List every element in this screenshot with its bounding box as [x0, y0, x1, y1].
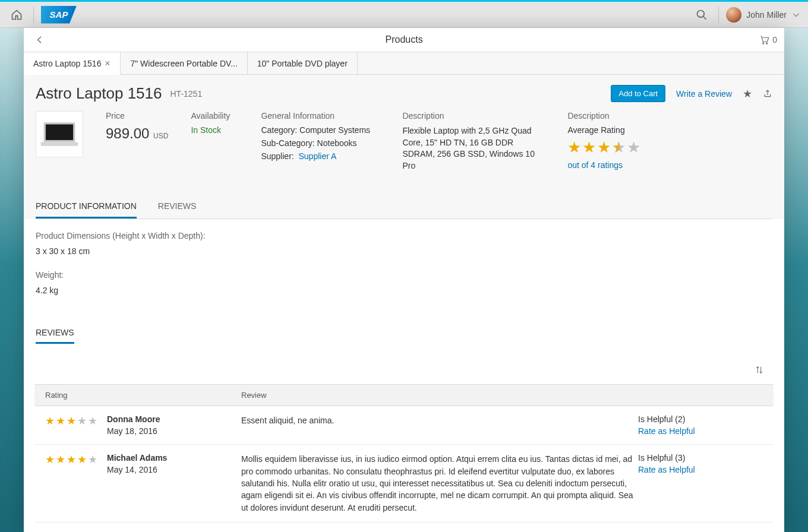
review-row: ★★★★★Michael AdamsMay 14, 2016Mollis equ…	[34, 445, 774, 522]
search-icon[interactable]	[692, 5, 711, 24]
review-date: May 14, 2016	[107, 465, 167, 474]
avatar	[726, 7, 741, 23]
product-image	[36, 111, 83, 157]
helpful-count: Is Helpful (2)	[638, 414, 763, 424]
tab-0[interactable]: Astro Laptop 1516✕	[24, 52, 121, 75]
back-button[interactable]	[31, 35, 49, 45]
close-icon[interactable]: ✕	[105, 59, 111, 68]
price-value: 989.00 USD	[106, 125, 168, 142]
tab-label: 10" Portable DVD player	[257, 59, 348, 68]
sort-icon[interactable]	[750, 360, 769, 379]
user-menu[interactable]: John Miller	[726, 7, 801, 23]
home-icon[interactable]	[7, 5, 26, 24]
anchor-tab-reviews[interactable]: REVIEWS	[158, 195, 197, 218]
review-text: Mollis equidem liberavisse ius, in ius i…	[241, 453, 638, 513]
tab-label: 7" Widescreen Portable DV...	[130, 59, 237, 68]
price-label: Price	[106, 111, 168, 121]
weight-label: Weight:	[36, 270, 772, 280]
reviews-section-title: REVIEWS	[36, 328, 74, 344]
reviewer-name: Donna Moore	[107, 414, 160, 424]
svg-rect-5	[46, 125, 73, 140]
product-title: Astro Laptop 1516	[36, 84, 162, 103]
availability-value: In Stock	[191, 125, 238, 135]
avg-rating-label: Average Rating	[567, 125, 640, 135]
page-title: Products	[49, 34, 759, 45]
tab-1[interactable]: 7" Widescreen Portable DV...	[121, 52, 247, 74]
review-stars: ★★★★★	[45, 453, 97, 471]
general-info-label: General Information	[261, 111, 380, 121]
supplier-row: Supplier: Supplier A	[261, 151, 380, 161]
review-stars: ★★★★★	[45, 414, 97, 432]
svg-rect-6	[41, 142, 78, 146]
rate-helpful-link[interactable]: Rate as Helpful	[638, 426, 763, 436]
cart-count: 0	[772, 35, 777, 45]
ratings-count-link[interactable]: out of 4 ratings	[567, 160, 640, 170]
tab-bar: Astro Laptop 1516✕7" Widescreen Portable…	[24, 52, 784, 75]
weight-value: 4.2 kg	[36, 286, 772, 295]
col-review-header: Review	[241, 391, 638, 400]
tab-label: Astro Laptop 1516	[33, 59, 101, 68]
review-row: ★★★★★Donna MooreMay 18, 2016Essent aliqu…	[34, 406, 774, 445]
anchor-tab-bar: PRODUCT INFORMATION REVIEWS	[36, 195, 772, 219]
page-header: Products 0	[24, 28, 784, 52]
svg-point-0	[697, 10, 705, 17]
reviewer-name: Michael Adams	[107, 453, 167, 463]
user-name-label: John Miller	[746, 10, 787, 20]
favorite-icon[interactable]: ★	[743, 87, 752, 100]
dimensions-value: 3 x 30 x 18 cm	[36, 246, 772, 256]
tab-2[interactable]: 10" Portable DVD player	[248, 52, 358, 74]
product-id: HT-1251	[171, 89, 203, 99]
subcategory-row: Sub-Category: Notebooks	[261, 138, 380, 148]
availability-label: Availability	[191, 111, 238, 121]
share-icon[interactable]	[763, 87, 772, 100]
review-text: Essent aliquid, ne anima.	[241, 414, 638, 436]
description-label: Description	[402, 111, 545, 121]
svg-point-2	[763, 43, 764, 44]
category-row: Category: Computer Systems	[261, 125, 380, 135]
anchor-tab-info[interactable]: PRODUCT INFORMATION	[36, 195, 137, 218]
add-to-cart-button[interactable]: Add to Cart	[611, 85, 665, 102]
rating-block-label: Description	[567, 111, 640, 121]
svg-point-3	[766, 43, 768, 44]
sap-logo: SAP	[41, 6, 77, 24]
svg-line-1	[703, 16, 706, 19]
product-info-section: Product Dimensions (Height x Width x Dep…	[24, 219, 784, 327]
shell-bar: SAP John Miller	[0, 2, 808, 28]
rate-helpful-link[interactable]: Rate as Helpful	[638, 465, 763, 474]
avg-rating-stars: ★★★★★	[567, 138, 640, 157]
col-rating-header: Rating	[45, 391, 241, 400]
dimensions-label: Product Dimensions (Height x Width x Dep…	[36, 231, 772, 240]
cart-icon	[759, 34, 770, 45]
write-review-link[interactable]: Write a Review	[676, 89, 732, 99]
review-row: ★★★★★Richard WilsonEquidem liberavisse i…	[34, 522, 774, 532]
description-text: Flexible Laptop with 2,5 GHz Quad Core, …	[402, 125, 545, 172]
reviews-toolbar	[24, 356, 784, 384]
review-date: May 18, 2016	[107, 426, 160, 436]
chevron-down-icon	[791, 10, 801, 20]
helpful-count: Is Helpful (3)	[638, 453, 763, 463]
cart-indicator[interactable]: 0	[759, 34, 777, 45]
reviews-table-header: Rating Review	[34, 384, 774, 406]
